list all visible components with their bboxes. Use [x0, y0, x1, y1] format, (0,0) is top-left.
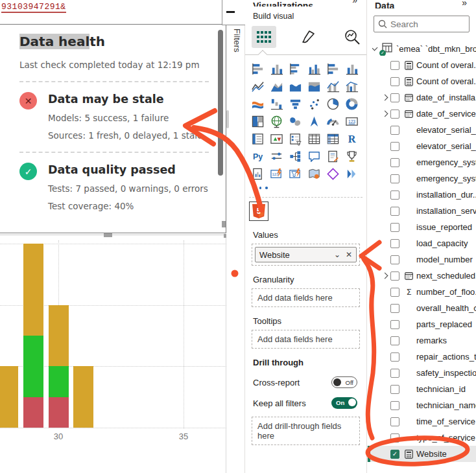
visual-icon-kpi[interactable] — [267, 130, 286, 148]
collapse-icon[interactable] — [372, 45, 377, 51]
visual-icon-python-visual[interactable]: Py — [248, 148, 267, 165]
field-checkbox[interactable] — [390, 239, 399, 248]
visual-icon-100-stacked-bar-chart[interactable] — [324, 60, 342, 78]
visual-icon-metrics[interactable] — [342, 148, 361, 165]
field-row-model_number[interactable]: model_number — [367, 251, 476, 268]
field-row-website[interactable]: ✓Website — [367, 446, 476, 462]
collapse-pane-icon[interactable]: » — [462, 0, 467, 8]
visual-icon-stacked-column-chart[interactable] — [267, 60, 286, 78]
visual-icon-table[interactable] — [305, 130, 324, 148]
field-row-installation_dur[interactable]: installation_dur.. — [367, 187, 476, 203]
visual-icon-smart-narrative[interactable] — [324, 148, 342, 165]
visual-icon-clustered-column-chart[interactable] — [305, 60, 324, 78]
collapse-pane-icon[interactable]: » — [352, 0, 357, 5]
field-row-issue_reported[interactable]: issue_reported — [367, 219, 476, 235]
field-row-number_of_floo[interactable]: Σnumber_of_floo.. — [367, 284, 476, 300]
visual-icon-decomposition-tree[interactable] — [286, 148, 305, 165]
field-checkbox[interactable] — [390, 352, 399, 362]
field-checkbox[interactable] — [390, 304, 399, 313]
field-row-time_of_service[interactable]: time_of_service — [367, 413, 476, 430]
field-row-emergency_syst[interactable]: emergency_syst.. — [367, 170, 476, 187]
visual-icon-arcgis-map[interactable] — [305, 165, 324, 183]
visual-icon-pie-chart[interactable] — [324, 95, 342, 113]
field-checkbox[interactable] — [390, 320, 399, 329]
remove-field-icon[interactable]: ✕ — [346, 250, 352, 259]
visual-icon-treemap[interactable] — [248, 113, 267, 130]
visual-icon-scatter-chart[interactable] — [305, 95, 324, 113]
visual-icon-paginated-report[interactable] — [248, 165, 267, 183]
visual-icon-matrix[interactable] — [324, 130, 342, 148]
field-checkbox[interactable] — [390, 77, 399, 86]
visual-icon-slicer[interactable] — [286, 130, 305, 148]
visual-icon-power-automate-visual[interactable] — [342, 165, 361, 183]
granularity-well[interactable]: Add data fields here — [252, 288, 360, 307]
field-checkbox[interactable]: ✓ — [390, 450, 399, 459]
values-well[interactable]: Website ⌄ ✕ — [252, 244, 360, 266]
field-checkbox[interactable] — [390, 401, 399, 410]
field-row-repair_actions_t[interactable]: repair_actions_t.. — [367, 349, 476, 365]
visual-icon-line-chart[interactable] — [248, 78, 267, 95]
field-row-date_of_installa[interactable]: date_of_installa.. — [367, 89, 476, 106]
search-input[interactable] — [390, 19, 465, 29]
field-checkbox[interactable] — [390, 271, 399, 281]
field-checkbox[interactable] — [390, 61, 399, 70]
tab-format-visual[interactable] — [296, 26, 320, 48]
resize-handle-corner[interactable] — [222, 221, 226, 227]
stacked-column-chart-visual[interactable]: 3035 — [0, 235, 226, 473]
field-row-technician_id[interactable]: technician_id — [367, 381, 476, 397]
visual-icon-stacked-bar-chart[interactable] — [248, 60, 267, 78]
field-row-safety_inspectio[interactable]: safety_inspectio.. — [367, 365, 476, 381]
chevron-down-icon[interactable]: ⌄ — [334, 250, 340, 259]
field-checkbox[interactable] — [390, 126, 399, 135]
visual-icon-power-apps-card[interactable]: 123 — [267, 165, 286, 183]
field-checkbox[interactable] — [390, 93, 399, 102]
minimize-icon[interactable] — [226, 11, 235, 13]
strip-scrollbar[interactable] — [226, 110, 229, 128]
keep-all-filters-toggle[interactable]: On — [331, 397, 357, 409]
visual-icon-100-stacked-area-chart[interactable] — [305, 78, 324, 95]
field-checkbox[interactable] — [390, 369, 399, 378]
visual-icon-qa-visual[interactable] — [305, 148, 324, 165]
visual-icon-gauge[interactable] — [324, 113, 342, 130]
field-checkbox[interactable] — [390, 417, 399, 426]
field-checkbox[interactable] — [390, 110, 399, 119]
resize-handle-top[interactable] — [104, 233, 112, 237]
visual-icon-multi-row-card[interactable] — [248, 130, 267, 148]
visual-icon-donut-chart[interactable] — [342, 95, 361, 113]
field-checkbox[interactable] — [390, 190, 399, 200]
field-checkbox[interactable] — [390, 174, 399, 183]
visual-icon-r-script-visual[interactable]: R — [342, 130, 361, 148]
cross-report-toggle[interactable]: Off — [331, 376, 357, 388]
field-row-installation_serv[interactable]: installation_serv.. — [367, 203, 476, 219]
drill-through-well[interactable]: Add drill-through fields here — [252, 417, 360, 445]
visual-icon-key-influencers[interactable] — [267, 148, 286, 165]
field-row-remarks[interactable]: remarks — [367, 332, 476, 349]
visual-icon-stacked-area-chart[interactable] — [286, 78, 305, 95]
field-checkbox[interactable] — [390, 223, 399, 232]
visual-icon-area-chart[interactable] — [267, 78, 286, 95]
expand-icon[interactable] — [381, 111, 388, 117]
field-row-countofoveral[interactable]: Count of overal.. — [367, 73, 476, 89]
expand-icon[interactable] — [381, 273, 388, 279]
visual-icon-line-and-stacked-column-chart[interactable] — [324, 78, 342, 95]
filters-collapsed-pane[interactable]: Filters — [226, 0, 245, 473]
field-row-emergency_syst[interactable]: emergency_syst.. — [367, 154, 476, 170]
visual-icon-clustered-bar-chart[interactable] — [286, 60, 305, 78]
get-more-visuals-button[interactable] — [253, 184, 366, 192]
visual-icon-power-apps-visual[interactable] — [324, 165, 342, 183]
visual-icon-filled-map[interactable] — [286, 113, 305, 130]
field-row-load_capacity[interactable]: load_capacity — [367, 235, 476, 251]
website-field-chip[interactable]: Website ⌄ ✕ — [255, 247, 357, 262]
field-checkbox[interactable] — [390, 207, 399, 216]
visual-icon-power-apps-filter[interactable] — [286, 165, 305, 183]
tab-build-visual[interactable] — [252, 26, 276, 48]
field-checkbox[interactable] — [390, 336, 399, 345]
field-row-overall_health_c[interactable]: overall_health_c.. — [367, 300, 476, 316]
field-checkbox[interactable] — [390, 158, 399, 167]
data-health-card-visual[interactable]: Data health Last check completed today a… — [0, 24, 226, 233]
field-checkbox[interactable] — [390, 385, 399, 394]
field-row-countofoveral[interactable]: Count of overal.. — [367, 57, 476, 73]
visual-icon-line-and-clustered-column-chart[interactable] — [342, 78, 361, 95]
card-scrollbar[interactable] — [218, 30, 223, 176]
visual-icon-azure-map[interactable] — [305, 113, 324, 130]
